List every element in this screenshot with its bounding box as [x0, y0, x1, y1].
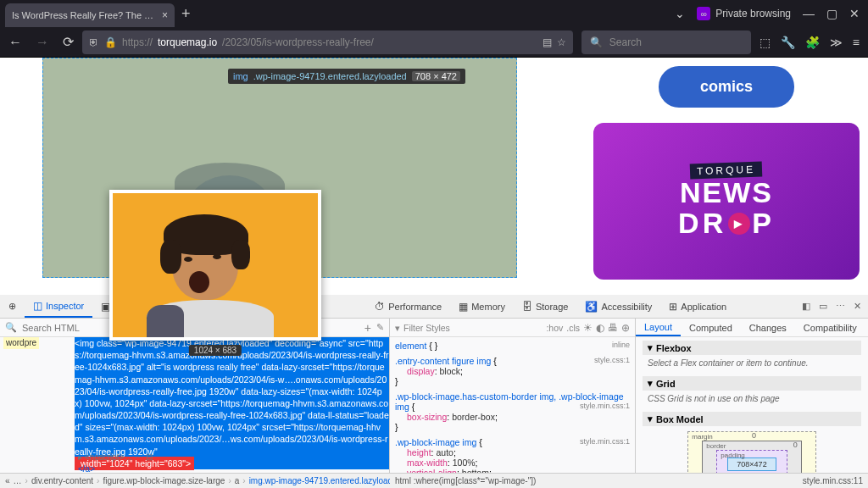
reload-button[interactable]: ⟳ [63, 34, 74, 50]
newsdrop-ad[interactable]: TORQUE NEWS DR▶P [593, 123, 860, 280]
css-rule[interactable]: .entry-content figure img {style.css:1di… [395, 356, 630, 386]
styles-breadcrumb: html :where(img[class*="wp-image-"]) sty… [390, 473, 868, 488]
print-icon[interactable]: 🖶 [608, 322, 618, 334]
sidebar: comics TORQUE NEWS DR▶P [517, 58, 868, 295]
layout-tab-layout[interactable]: Layout [636, 319, 681, 336]
filter-styles-input[interactable]: Filter Styles [403, 323, 542, 333]
extension-icon[interactable]: ⬚ [760, 36, 771, 49]
close-window-button[interactable]: ✕ [849, 7, 860, 20]
browser-tab[interactable]: Is WordPress Really Free? The Costs × [5, 3, 175, 27]
search-icon: 🔍 [590, 36, 603, 48]
layout-tab-computed[interactable]: Computed [681, 319, 741, 336]
more-icon[interactable]: ⊕ [621, 322, 630, 334]
new-tab-button[interactable]: + [181, 5, 191, 23]
dock-icon[interactable]: ◧ [802, 301, 810, 312]
eyedropper-icon[interactable]: ✎ [376, 322, 384, 333]
preview-dimensions: 1024 × 683 [189, 345, 242, 356]
funnel-icon[interactable]: ▾ [395, 323, 400, 333]
grid-header[interactable]: ▾ Grid [643, 376, 861, 391]
tab-accessibility[interactable]: ♿Accessibility [576, 295, 660, 318]
breadcrumb-item[interactable]: … [14, 476, 22, 485]
lock-icon[interactable]: 🔒 [104, 36, 117, 48]
layout-panel: LayoutComputedChangesCompatibility ▾ Fle… [636, 319, 868, 488]
breadcrumb-item[interactable]: figure.wp-block-image.size-large [103, 476, 225, 485]
chevron-down-icon[interactable]: ⌄ [675, 7, 685, 20]
maximize-button[interactable]: ▢ [826, 7, 837, 20]
add-node-icon[interactable]: + [364, 321, 371, 335]
devtools-close-icon[interactable]: ✕ [854, 301, 861, 312]
url-input[interactable]: ⛨ 🔒 https://torquemag.io/2023/05/is-word… [82, 30, 573, 54]
mask-icon: ∞ [697, 7, 710, 20]
wrench-icon[interactable]: 🔧 [781, 36, 795, 49]
flexbox-header[interactable]: ▾ Flexbox [643, 341, 861, 355]
address-bar: ← → ⟳ ⛨ 🔒 https://torquemag.io/2023/05/i… [0, 27, 868, 58]
overflow-icon[interactable]: ≫ [830, 36, 843, 49]
comics-button[interactable]: comics [659, 66, 794, 108]
search-input[interactable]: 🔍 Search [581, 30, 751, 54]
html-tree[interactable]: wordpre <img class="wp-image-94719 enter… [0, 337, 389, 488]
close-tab-icon[interactable]: × [162, 9, 168, 21]
devtools-menu-icon[interactable]: ⋯ [836, 301, 845, 312]
css-rule[interactable]: element {inline } [395, 341, 630, 351]
tab-storage[interactable]: 🗄Storage [514, 295, 577, 318]
breadcrumb-item[interactable]: a [235, 476, 240, 485]
hov-toggle[interactable]: :hov [546, 323, 563, 333]
contrast-icon[interactable]: ◐ [596, 322, 604, 334]
html-breadcrumb[interactable]: «… › div.entry-content › figure.wp-block… [0, 473, 390, 488]
titlebar: Is WordPress Really Free? The Costs × + … [0, 0, 868, 27]
tab-title: Is WordPress Really Free? The Costs [12, 10, 157, 20]
bookmark-icon[interactable]: ☆ [557, 36, 566, 48]
breadcrumb-item[interactable]: div.entry-content [31, 476, 93, 485]
element-picker-icon[interactable]: ⊕ [0, 295, 25, 318]
light-icon[interactable]: ☀ [583, 322, 593, 334]
responsive-icon[interactable]: ▭ [819, 301, 827, 312]
styles-panel: ▾ Filter Styles :hov .cls ☀ ◐ 🖶 ⊕ elemen… [390, 319, 636, 488]
cls-toggle[interactable]: .cls [566, 323, 580, 333]
tab-application[interactable]: ⊞Application [660, 295, 735, 318]
play-icon: ▶ [728, 213, 750, 235]
css-rule[interactable]: .wp-block-image.has-custom-border img, .… [395, 391, 630, 432]
reader-icon[interactable]: ▤ [542, 36, 552, 48]
menu-icon[interactable]: ≡ [853, 36, 860, 49]
tab-inspector[interactable]: ◫Inspector [25, 295, 92, 318]
minimize-button[interactable]: — [803, 7, 815, 20]
shield-icon[interactable]: ⛨ [89, 36, 99, 48]
forward-button[interactable]: → [36, 35, 49, 50]
back-button[interactable]: ← [8, 35, 22, 50]
element-preview-popup: 1024 × 683 [109, 190, 321, 341]
inspector-element-tooltip: img.wp-image-94719.entered.lazyloaded 70… [228, 69, 465, 84]
tab-performance[interactable]: ⏱Performance [366, 295, 450, 318]
layout-tab-compatibility[interactable]: Compatibility [795, 319, 865, 336]
private-browsing-badge: ∞ Private browsing [697, 7, 791, 20]
puzzle-icon[interactable]: 🧩 [805, 36, 820, 49]
layout-tab-changes[interactable]: Changes [741, 319, 795, 336]
tab-memory[interactable]: ▦Memory [450, 295, 514, 318]
search-match-label: wordpre [3, 337, 39, 349]
html-panel: 🔍 + ✎ wordpre <img class="wp-image-94719… [0, 319, 390, 488]
breadcrumb-item[interactable]: img.wp-image-94719.entered.lazyloaded [249, 476, 403, 485]
boxmodel-header[interactable]: ▾ Box Model [643, 412, 861, 426]
